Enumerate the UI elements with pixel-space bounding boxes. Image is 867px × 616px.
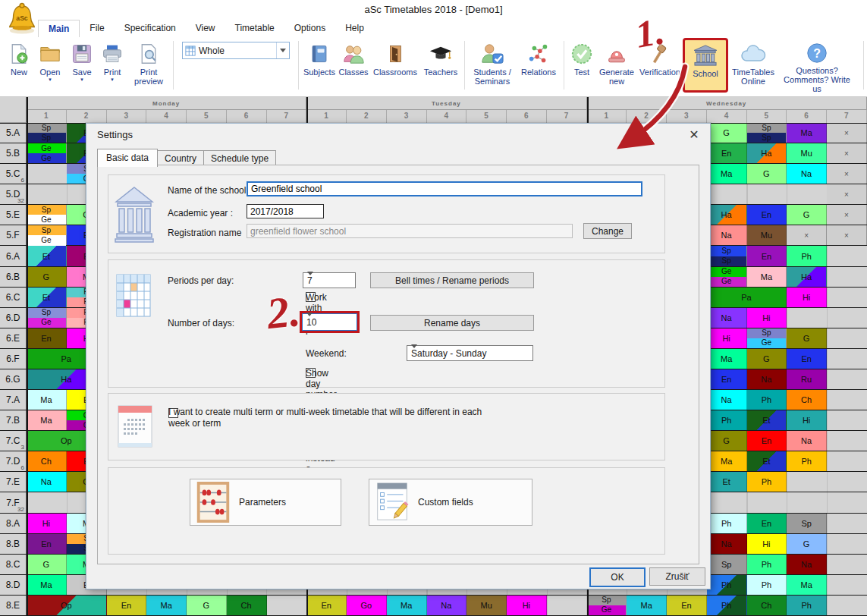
class-row-label[interactable]: 6.B xyxy=(0,267,27,287)
timetable-cell[interactable]: Ph xyxy=(707,410,747,430)
menu-view[interactable]: View xyxy=(186,20,225,37)
number-of-days-select[interactable]: 10 xyxy=(302,313,357,331)
timetable-cell[interactable]: Et xyxy=(27,288,67,307)
timetable-cell[interactable]: SpGe xyxy=(747,328,787,348)
timetable-cell[interactable]: Mu xyxy=(466,596,507,615)
timetable-cell[interactable]: En xyxy=(747,431,787,451)
timetable-cell[interactable]: Na xyxy=(787,555,827,574)
timetable-cell[interactable]: × xyxy=(787,225,827,245)
timetable-cell[interactable]: × xyxy=(827,205,867,225)
timetable-cell[interactable]: Ph xyxy=(747,575,787,595)
timetable-cell[interactable]: Na xyxy=(787,431,827,451)
timetable-cell[interactable]: En xyxy=(27,534,67,554)
timetable-cell[interactable]: En xyxy=(707,143,747,163)
class-row-label[interactable]: 8.B xyxy=(0,534,27,554)
tab-basic-data[interactable]: Basic data xyxy=(97,149,158,167)
class-row-label[interactable]: 5.D32 xyxy=(0,184,27,204)
timetable-cell[interactable]: × xyxy=(827,225,867,245)
timetable-cell[interactable]: Ph xyxy=(707,596,747,615)
timetable-cell[interactable]: Ph xyxy=(707,514,747,533)
generate-new-button[interactable]: Generate new xyxy=(596,37,637,93)
timetable-cell[interactable]: Ma xyxy=(707,451,747,471)
class-row-label[interactable]: 8.D xyxy=(0,575,27,595)
timetable-cell[interactable]: Ma xyxy=(787,123,827,143)
weekend-select[interactable]: Saturday - Sunday xyxy=(407,345,533,361)
timetable-cell[interactable]: Ma xyxy=(627,596,667,615)
class-row-label[interactable]: 5.C6 xyxy=(0,164,27,184)
timetable-cell[interactable]: Ma xyxy=(27,410,67,430)
menu-options[interactable]: Options xyxy=(284,20,335,37)
timetable-cell[interactable]: Ch xyxy=(747,596,787,615)
class-row-label[interactable]: 6.E xyxy=(0,328,27,348)
timetable-cell[interactable]: Ph xyxy=(787,246,827,266)
class-row-label[interactable]: 7.A xyxy=(0,390,27,410)
timetable-cell[interactable]: En xyxy=(707,369,747,389)
change-button[interactable]: Change xyxy=(583,223,632,239)
timetable-cell[interactable]: Na xyxy=(747,369,787,389)
timetable-cell[interactable]: SpGe xyxy=(27,205,67,225)
academic-year-input[interactable] xyxy=(247,204,324,218)
timetable-cell[interactable]: GeGe xyxy=(27,143,67,163)
timetable-cell[interactable]: Na xyxy=(787,164,827,184)
class-row-label[interactable]: 7.F32 xyxy=(0,492,27,512)
class-row-label[interactable]: 7.B xyxy=(0,410,27,430)
timetable-cell[interactable]: Op xyxy=(27,596,107,615)
timetable-cell[interactable]: SpGe xyxy=(587,596,627,615)
timetable-cell[interactable]: Et xyxy=(27,246,67,266)
timetable-cell[interactable]: En xyxy=(107,596,147,615)
timetable-cell[interactable]: Hi xyxy=(787,410,827,430)
print-button[interactable]: Print ▼ xyxy=(97,37,127,93)
menu-timetable[interactable]: Timetable xyxy=(225,20,284,37)
menu-help[interactable]: Help xyxy=(335,20,374,37)
timetable-cell[interactable]: SpSp xyxy=(707,246,747,266)
timetable-cell[interactable]: Ph xyxy=(707,575,747,595)
class-row-label[interactable]: 8.E xyxy=(0,596,27,615)
timetable-cell[interactable]: Mu xyxy=(747,225,787,245)
class-row-label[interactable]: 5.F xyxy=(0,225,27,245)
timetable-cell[interactable]: × xyxy=(827,184,867,204)
timetable-cell[interactable]: G xyxy=(787,205,827,225)
timetable-cell[interactable]: Ph xyxy=(787,451,827,471)
timetable-cell[interactable]: En xyxy=(747,246,787,266)
classrooms-button[interactable]: Classrooms xyxy=(370,37,420,93)
close-icon[interactable]: ✕ xyxy=(684,127,704,143)
timetable-cell[interactable]: Ph xyxy=(747,390,787,410)
chevron-down-icon[interactable]: ▼ xyxy=(48,77,52,83)
timetable-cell[interactable]: Pa xyxy=(707,288,787,307)
timetable-cell[interactable]: G xyxy=(187,596,227,615)
timetable-cell[interactable]: Ha xyxy=(747,143,787,163)
questions-write-us-button[interactable]: ? Questions? Comments? Write us xyxy=(778,37,856,93)
class-row-label[interactable]: 7.D6 xyxy=(0,451,27,471)
timetable-cell[interactable]: G xyxy=(787,328,827,348)
timetable-cell[interactable]: Na xyxy=(427,596,467,615)
timetable-cell[interactable]: G xyxy=(787,534,827,554)
timetable-cell[interactable]: Na xyxy=(707,225,747,245)
class-row-label[interactable]: 6.C xyxy=(0,288,27,307)
timetable-cell[interactable]: Ma xyxy=(27,575,67,595)
timetable-cell[interactable]: En xyxy=(27,328,67,348)
timetable-cell[interactable]: Ha xyxy=(707,205,747,225)
menu-specification[interactable]: Specification xyxy=(115,20,186,37)
timetable-cell[interactable]: GeGe xyxy=(707,267,747,287)
timetable-cell[interactable]: Ru xyxy=(787,369,827,389)
classes-button[interactable]: Classes xyxy=(337,37,370,93)
class-row-label[interactable]: 6.F xyxy=(0,349,27,369)
timetable-cell[interactable]: G xyxy=(707,123,747,143)
ok-button[interactable]: OK xyxy=(589,567,646,587)
timetable-cell[interactable]: Na xyxy=(707,534,747,554)
timetable-cell[interactable]: Ma xyxy=(747,267,787,287)
timetable-cell[interactable]: G xyxy=(747,164,787,184)
timetable-cell[interactable]: SpGe xyxy=(27,225,67,245)
school-name-input[interactable] xyxy=(247,181,642,196)
save-button[interactable]: Save ▼ xyxy=(67,37,97,93)
timetable-cell[interactable]: G xyxy=(27,555,67,574)
test-button[interactable]: Test xyxy=(567,37,596,93)
timetable-cell[interactable]: En xyxy=(306,596,347,615)
timetable-cell[interactable]: Ph xyxy=(787,596,827,615)
timetable-cell[interactable]: Na xyxy=(707,308,747,328)
parameters-button[interactable]: Parameters xyxy=(190,479,341,526)
timetable-cell[interactable]: SpSp xyxy=(747,123,787,143)
class-row-label[interactable]: 6.D xyxy=(0,308,27,328)
timetable-cell[interactable]: Ch xyxy=(227,596,267,615)
open-button[interactable]: Open ▼ xyxy=(33,37,67,93)
